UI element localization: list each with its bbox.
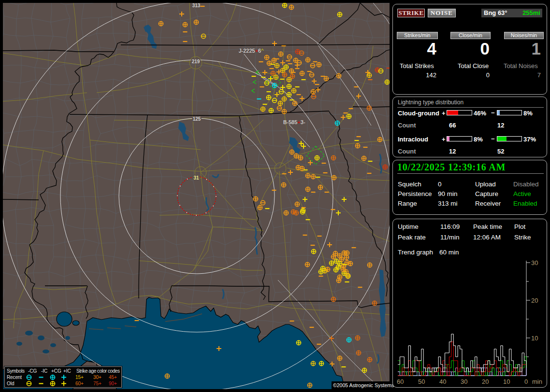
svg-text:313: 313 (192, 3, 201, 8)
svg-text:Old: Old (7, 381, 14, 386)
svg-text:219: 219 (192, 59, 200, 64)
svg-text:min: min (532, 378, 542, 385)
svg-text:+CG: +CG (51, 368, 61, 374)
svg-text:30: 30 (531, 259, 538, 266)
svg-text:50: 50 (418, 378, 425, 385)
svg-text:30+: 30+ (93, 375, 101, 380)
svg-text:30: 30 (461, 378, 467, 385)
svg-text:10: 10 (531, 335, 538, 342)
svg-text:20: 20 (482, 378, 489, 385)
svg-text:75+: 75+ (93, 381, 101, 386)
svg-text:J-2225+6^: J-2225+6^ (239, 48, 264, 54)
svg-text:0: 0 (524, 378, 528, 385)
svg-text:Symbols: Symbols (7, 368, 25, 374)
svg-text:125: 125 (193, 116, 201, 122)
svg-text:10: 10 (503, 378, 510, 385)
svg-text:Strike age color codes: Strike age color codes (76, 368, 120, 374)
svg-text:+IC: +IC (63, 368, 71, 374)
svg-text:60+: 60+ (75, 381, 84, 386)
svg-text:40: 40 (439, 378, 446, 385)
svg-text:B-585+3-: B-585+3- (283, 119, 305, 125)
svg-text:45+: 45+ (109, 375, 117, 380)
svg-text:60: 60 (397, 378, 404, 385)
svg-text:-IC: -IC (41, 368, 47, 374)
svg-text:15+: 15+ (75, 375, 84, 380)
svg-text:90+: 90+ (109, 381, 117, 386)
svg-text:31: 31 (193, 175, 199, 181)
svg-text:Recent: Recent (7, 375, 22, 380)
svg-text:-CG: -CG (28, 368, 37, 374)
svg-text:20: 20 (531, 297, 538, 304)
